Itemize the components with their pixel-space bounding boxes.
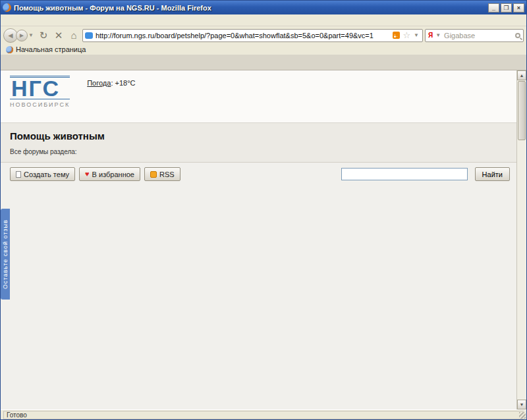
navigation-toolbar: ◄ ► ▼ ↻ ✕ ⌂ http://forum.ngs.ru/board/pe…	[1, 26, 526, 44]
firefox-bookmark-icon	[6, 46, 13, 53]
site-favicon	[85, 32, 93, 39]
section-forums-label: Все форумы раздела:	[10, 148, 77, 155]
search-engine-icon[interactable]: Я	[428, 32, 433, 39]
window-title: Помощь животным - Форум на NGS.RU - Mozi…	[14, 4, 487, 12]
search-engine-input[interactable]: Gigabase	[444, 32, 513, 39]
browser-window: Помощь животным - Форум на NGS.RU - Mozi…	[0, 0, 527, 420]
forum-nav	[1, 112, 516, 123]
actions-row: Создать тему ♥В избранное RSS Найти	[1, 163, 516, 186]
status-text: Готово	[3, 411, 524, 419]
rss-feed-icon[interactable]	[393, 32, 400, 39]
bookmarks-bar: Начальная страница	[1, 44, 526, 55]
weather-link[interactable]: Погода	[87, 79, 111, 87]
weather-now: +18°C	[115, 79, 136, 87]
search-engine-box[interactable]: Я ▼ Gigabase	[425, 29, 524, 42]
history-dropdown-icon[interactable]: ▼	[28, 32, 34, 38]
add-favorite-button[interactable]: ♥В избранное	[79, 167, 140, 181]
search-icon[interactable]	[515, 33, 520, 38]
scroll-down-icon[interactable]: ▼	[517, 400, 526, 409]
page-content: НГС НОВОСИБИРСК Погода: +18°C Помощь жив…	[1, 70, 516, 409]
page-viewport: НГС НОВОСИБИРСК Погода: +18°C Помощь жив…	[1, 70, 526, 409]
close-button[interactable]: ×	[513, 3, 524, 13]
search-engine-dropdown-icon[interactable]: ▼	[435, 32, 441, 38]
find-button[interactable]: Найти	[475, 167, 510, 181]
section-forums: Все форумы раздела:	[10, 147, 510, 157]
menu-bar	[1, 14, 526, 26]
forward-button[interactable]: ►	[16, 30, 28, 41]
minimize-button[interactable]: _	[488, 3, 499, 13]
url-dropdown-icon[interactable]: ▼	[414, 32, 419, 38]
weather-block: Погода: +18°C	[87, 76, 135, 108]
maximize-button[interactable]: ❐	[501, 3, 512, 13]
topic-search-input[interactable]	[341, 168, 468, 180]
bookmark-star-icon[interactable]: ☆	[402, 31, 410, 39]
home-icon[interactable]: ⌂	[67, 30, 80, 41]
resize-grip[interactable]	[519, 412, 526, 419]
vertical-scrollbar[interactable]: ▲ ▼	[516, 70, 526, 409]
status-bar: Готово	[1, 409, 526, 419]
title-bar: Помощь животным - Форум на NGS.RU - Mozi…	[1, 1, 526, 14]
url-bar[interactable]: http://forum.ngs.ru/board/petshelp/?page…	[82, 29, 423, 42]
rss-icon	[150, 171, 157, 178]
rss-button[interactable]: RSS	[144, 167, 180, 181]
site-header: НГС НОВОСИБИРСК Погода: +18°C	[1, 70, 516, 112]
heart-icon: ♥	[85, 171, 90, 178]
firefox-icon	[3, 3, 11, 12]
logo-text: НГС	[10, 76, 70, 99]
feedback-tab[interactable]: Оставьте свой отзыв	[1, 209, 10, 300]
page-title: Помощь животным	[10, 130, 510, 142]
create-topic-button[interactable]: Создать тему	[10, 167, 75, 181]
new-topic-icon	[16, 171, 21, 178]
scroll-up-icon[interactable]: ▲	[517, 70, 526, 80]
logo-city: НОВОСИБИРСК	[10, 101, 70, 108]
url-text[interactable]: http://forum.ngs.ru/board/petshelp/?page…	[96, 32, 391, 39]
tab-strip	[1, 55, 526, 70]
stop-icon[interactable]: ✕	[52, 30, 65, 41]
scrollbar-thumb[interactable]	[518, 81, 526, 140]
reload-icon[interactable]: ↻	[37, 30, 50, 41]
breadcrumb-panel: Помощь животным Все форумы раздела:	[1, 123, 516, 163]
bookmark-home-page[interactable]: Начальная страница	[16, 45, 86, 53]
ngs-logo[interactable]: НГС НОВОСИБИРСК	[10, 76, 70, 108]
